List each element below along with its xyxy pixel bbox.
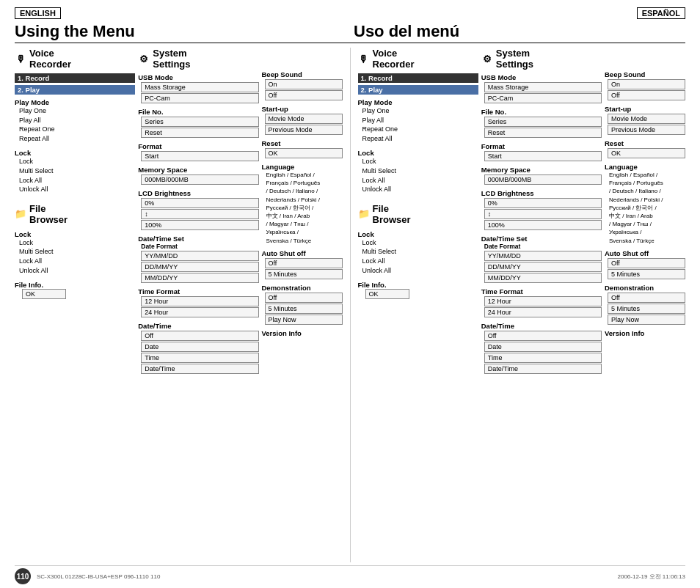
en-lock-all: Lock All	[19, 176, 135, 185]
spanish-half: 🎙 VoiceRecorder 1. Record 2. Play Play M…	[350, 48, 686, 562]
en-file-info-group: File Info. OK	[15, 279, 135, 299]
es-datetime-group: Date/Time Off Date Time Date/Time	[481, 322, 602, 374]
en-format-group: Format Start	[138, 142, 258, 161]
es-system-settings-title: ⚙ SystemSettings	[481, 48, 602, 70]
es-lang-7: / Magyar / Тнш /	[609, 220, 685, 228]
es-gear-icon: ⚙	[481, 53, 493, 65]
es-fb-lock-all: Lock All	[362, 257, 478, 266]
es-play-all: Play All	[362, 116, 478, 125]
en-lang-1: English / Español /	[266, 171, 343, 179]
en-demo-5min: 5 Minutes	[265, 304, 343, 314]
es-lang-9: Svenska / Türkçe	[609, 237, 685, 245]
es-lcd-brightness-label: LCD Brightness	[481, 189, 602, 197]
es-fb-lock: Lock	[362, 238, 478, 248]
es-dt-time: Time	[484, 353, 602, 363]
es-startup-group: Start-up Movie Mode Previous Mode	[605, 105, 685, 135]
en-repeat-one: Repeat One	[19, 125, 135, 134]
es-play-item[interactable]: 2. Play	[358, 85, 478, 95]
en-usb-mass-storage: Mass Storage	[141, 82, 258, 92]
en-lcd-brightness-label: LCD Brightness	[138, 189, 258, 197]
es-record-item[interactable]: 1. Record	[358, 73, 478, 83]
es-beep-on: On	[608, 79, 685, 89]
es-dt-both: Date/Time	[484, 364, 602, 374]
es-demo-5min: 5 Minutes	[608, 304, 685, 314]
es-language-label: Language	[605, 163, 685, 171]
en-auto-5min: 5 Minutes	[265, 269, 343, 279]
en-fb-lock-all: Lock All	[19, 257, 135, 266]
es-file-info-ok: OK	[365, 289, 409, 299]
en-time-12: 12 Hour	[141, 296, 258, 306]
en-fb-lock-label: Lock	[15, 230, 135, 238]
es-play-mode-label: Play Mode	[358, 98, 478, 106]
en-time-format-label: Time Format	[138, 287, 258, 295]
footer-date: 2006-12-19 오전 11:06:13	[617, 573, 685, 581]
en-lcd-arrow: ↕	[141, 209, 258, 219]
en-date-yy: YY/MM/DD	[141, 251, 258, 261]
es-file-info-option: OK	[358, 289, 478, 299]
en-beep-group: Beep Sound On Off	[262, 70, 343, 100]
en-beep-on: On	[265, 79, 343, 89]
es-usb-mode-group: USB Mode Mass Storage PC-Cam	[481, 73, 602, 103]
es-play-one: Play One	[362, 106, 478, 116]
es-date-mm: MM/DD/YY	[484, 273, 602, 283]
page-number: 110	[15, 568, 31, 584]
es-memory-space-label: Memory Space	[481, 166, 602, 174]
es-usb-pccam: PC-Cam	[484, 93, 602, 103]
en-format-start: Start	[141, 151, 258, 161]
es-memory-space-value: 000MB/000MB	[484, 174, 602, 185]
en-file-info-option: OK	[15, 289, 135, 299]
es-play-mode-options: Play One Play All Repeat One Repeat All	[358, 106, 478, 143]
es-repeat-one: Repeat One	[362, 125, 478, 134]
es-fb-lock-group: Lock Lock Multi Select Lock All Unlock A…	[358, 229, 478, 275]
microphone-icon: 🎙	[15, 53, 26, 65]
en-fb-unlock-all: Unlock All	[19, 266, 135, 276]
es-memory-space-group: Memory Space 000MB/000MB	[481, 166, 602, 185]
en-play-item[interactable]: 2. Play	[15, 85, 135, 95]
es-auto-shut-label: Auto Shut off	[605, 249, 685, 257]
es-file-browser-title: 📁 FileBrowser	[358, 203, 478, 225]
en-lang-4: Nederlands / Polski /	[266, 196, 343, 204]
es-unlock-all: Unlock All	[362, 185, 478, 194]
es-file-no-reset: Reset	[484, 128, 602, 138]
en-auto-shut-label: Auto Shut off	[262, 249, 343, 257]
en-time-24: 24 Hour	[141, 307, 258, 317]
es-lang-5: Русский / 한국어 /	[609, 204, 685, 212]
gear-icon: ⚙	[138, 53, 150, 65]
es-usb-mass-storage: Mass Storage	[484, 82, 602, 92]
en-dt-date: Date	[141, 342, 258, 352]
en-language-label: Language	[262, 163, 343, 171]
en-file-no-series: Series	[141, 117, 258, 127]
en-reset-ok: OK	[265, 148, 343, 158]
en-lcd-100: 100%	[141, 220, 258, 230]
es-date-format-label: Date Format	[481, 243, 602, 250]
en-lang-9: Svenska / Türkçe	[266, 237, 343, 245]
en-play-mode-options: Play One Play All Repeat One Repeat All	[15, 106, 135, 143]
en-file-info-ok: OK	[22, 289, 66, 299]
en-record-item[interactable]: 1. Record	[15, 73, 135, 83]
en-startup-label: Start-up	[262, 105, 343, 113]
es-file-info-label: File Info.	[358, 281, 478, 289]
en-datetime-set-group: Date/Time Set Date Format YY/MM/DD DD/MM…	[138, 235, 258, 283]
es-lcd-brightness-group: LCD Brightness 0% ↕ 100%	[481, 189, 602, 230]
en-multi-select: Multi Select	[19, 166, 135, 176]
en-lock-group: Lock Lock Multi Select Lock All Unlock A…	[15, 147, 135, 194]
es-lang-3: / Deutsch / Italiano /	[609, 187, 685, 195]
es-format-group: Format Start	[481, 142, 602, 161]
en-fb-lock-options: Lock Multi Select Lock All Unlock All	[15, 238, 135, 275]
lang-english: ENGLISH	[15, 7, 61, 19]
en-play-all: Play All	[19, 116, 135, 125]
en-memory-space-group: Memory Space 000MB/000MB	[138, 166, 258, 185]
en-repeat-all: Repeat All	[19, 134, 135, 144]
es-format-label: Format	[481, 142, 602, 150]
es-lock: Lock	[362, 157, 478, 166]
en-lang-6: 中文 / Iran / Arab	[266, 212, 343, 220]
en-system-settings-title: ⚙ SystemSettings	[138, 48, 258, 70]
en-fb-lock-group: Lock Lock Multi Select Lock All Unlock A…	[15, 229, 135, 275]
es-lock-all: Lock All	[362, 176, 478, 185]
en-version-group: Version Info	[262, 329, 343, 337]
title-english: Using the Menu	[15, 22, 346, 41]
es-demo-label: Demonstration	[605, 284, 685, 292]
es-time-12: 12 Hour	[484, 296, 602, 306]
es-beep-off: Off	[608, 90, 685, 100]
es-language-options: English / Español / Français / Português…	[605, 171, 685, 245]
